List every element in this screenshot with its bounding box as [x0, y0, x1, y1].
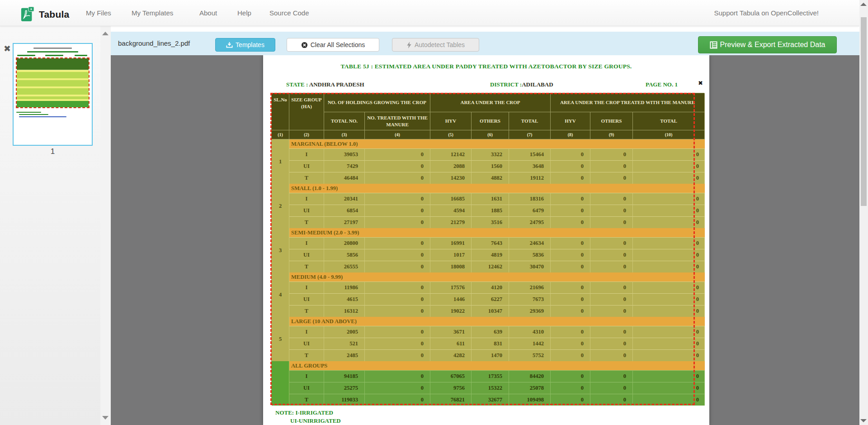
- nav-link-my-files[interactable]: My Files: [86, 0, 111, 26]
- preview-export-label: Preview & Export Extracted Data: [720, 41, 826, 49]
- pdf-table-title: TABLE 5J : ESTIMATED AREA UNDER PADDY TR…: [263, 63, 709, 70]
- toolbar: background_lines_2.pdf Templates: [111, 32, 859, 55]
- thumbnail-meta-line: [45, 55, 63, 56]
- thumbnail-table-header: [17, 58, 89, 70]
- clear-all-selections-button[interactable]: Clear All Selections: [287, 38, 379, 52]
- scrollbar-up-icon[interactable]: [860, 3, 867, 6]
- pdf-district-line: DISTRICT :ADILABAD: [490, 81, 553, 88]
- thumbnail-meta-line: [75, 55, 87, 56]
- thumbnail-meta-line: [17, 55, 35, 56]
- district-label: DISTRICT :: [490, 81, 522, 88]
- thumbnail-page-number: 1: [13, 147, 93, 156]
- remove-file-icon[interactable]: ✖: [4, 44, 11, 53]
- pdf-page-no: PAGE NO. 1: [646, 81, 678, 88]
- autodetect-tables-label: Autodetect Tables: [415, 41, 465, 48]
- remove-circle-icon: [301, 42, 308, 48]
- thumbnail-note-line: [16, 112, 41, 113]
- tabula-app: Tabula My FilesMy TemplatesAboutHelpSour…: [0, 0, 868, 425]
- thumbnail-subtitle-line: [27, 51, 78, 53]
- nav-link-help[interactable]: Help: [237, 0, 251, 26]
- thumbnail-title-line: [33, 48, 72, 49]
- lightning-bolt-icon: [406, 42, 412, 48]
- navbar: Tabula My FilesMy TemplatesAboutHelpSour…: [0, 0, 859, 26]
- sidebar-thumbnails: ✖ 1: [0, 26, 111, 425]
- sidebar-scroll-down-icon[interactable]: [102, 416, 108, 420]
- open-filename: background_lines_2.pdf: [118, 32, 190, 55]
- table-selection-overlay[interactable]: [270, 93, 695, 405]
- pdf-note-line-1: NOTE: I-IRRIGATED: [275, 409, 333, 416]
- sidebar-scroll-up-icon[interactable]: [102, 32, 108, 35]
- thumbnail-note-line: [19, 114, 48, 115]
- brand-title: Tabula: [39, 9, 69, 20]
- selection-close-icon[interactable]: ✖: [698, 80, 703, 86]
- sidebar-scrollbar[interactable]: [100, 26, 111, 425]
- tabula-logo-icon: [20, 5, 35, 24]
- brand-link[interactable]: Tabula: [20, 5, 69, 24]
- scrollbar-down-icon[interactable]: [860, 419, 867, 422]
- templates-save-icon: [226, 42, 233, 48]
- district-value: ADILABAD: [522, 81, 553, 88]
- scrollbar-thumb[interactable]: [861, 17, 867, 206]
- clear-all-selections-label: Clear All Selections: [311, 41, 365, 48]
- thumbnail-table-selection: [16, 57, 90, 108]
- thumbnail-table-body: [17, 70, 89, 99]
- templates-label: Templates: [236, 41, 264, 48]
- main-column: background_lines_2.pdf Templates: [111, 26, 859, 425]
- window-scrollbar[interactable]: [859, 0, 868, 425]
- nav-link-source-code[interactable]: Source Code: [269, 0, 309, 26]
- support-opencollective-link[interactable]: Support Tabula on OpenCollective!: [714, 0, 819, 26]
- page-thumbnail[interactable]: [13, 43, 93, 146]
- table-list-icon: [710, 41, 717, 49]
- pdf-page[interactable]: TABLE 5J : ESTIMATED AREA UNDER PADDY TR…: [263, 55, 709, 425]
- templates-button[interactable]: Templates: [215, 38, 275, 52]
- preview-export-button[interactable]: Preview & Export Extracted Data: [698, 36, 837, 53]
- state-value: ANDHRA PRADESH: [309, 81, 364, 88]
- nav-link-about[interactable]: About: [199, 0, 217, 26]
- thumbnail-note-line: [19, 116, 66, 117]
- pdf-viewer-area: TABLE 5J : ESTIMATED AREA UNDER PADDY TR…: [111, 55, 859, 425]
- pdf-note-line-2: UI-UNIRRIGATED: [290, 417, 341, 425]
- autodetect-tables-button[interactable]: Autodetect Tables: [392, 38, 479, 52]
- pdf-state-line: STATE : ANDHRA PRADESH: [286, 81, 364, 88]
- thumbnail-table-footer: [17, 99, 89, 107]
- nav-link-my-templates[interactable]: My Templates: [132, 0, 173, 26]
- state-label: STATE :: [286, 81, 308, 88]
